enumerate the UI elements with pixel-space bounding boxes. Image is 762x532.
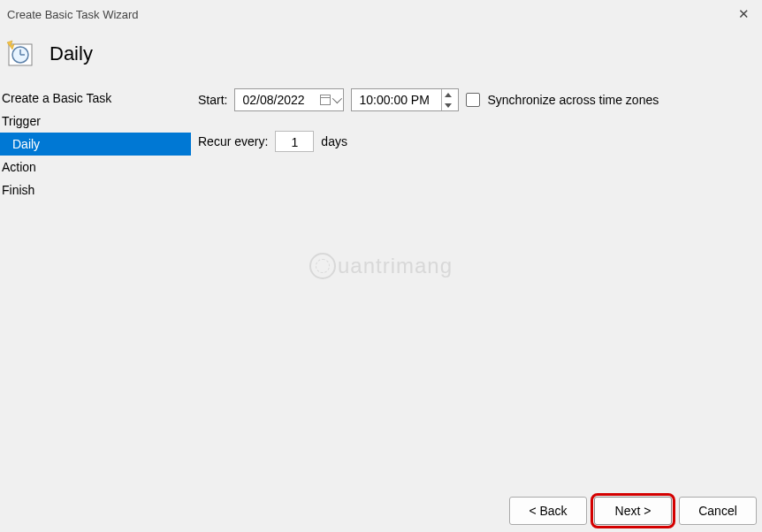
start-date-input[interactable]: 02/08/2022: [234, 88, 344, 111]
sidebar-step-trigger[interactable]: Trigger: [0, 110, 191, 133]
watermark-icon: [309, 253, 336, 279]
date-picker-icon[interactable]: [320, 95, 339, 105]
start-time-input[interactable]: 10:00:00 PM: [351, 88, 459, 111]
window-title: Create Basic Task Wizard: [7, 8, 139, 21]
sidebar-step-finish[interactable]: Finish: [0, 179, 191, 201]
recur-input[interactable]: 1: [275, 131, 314, 152]
start-label: Start:: [198, 93, 227, 107]
start-date-value: 02/08/2022: [242, 93, 304, 107]
next-button-highlight: Next >: [591, 493, 675, 528]
recur-label: Recur every:: [198, 134, 268, 148]
cancel-button[interactable]: Cancel: [679, 497, 757, 525]
time-spinner: [441, 89, 454, 110]
back-button[interactable]: < Back: [509, 497, 587, 525]
wizard-header: Daily: [0, 28, 762, 87]
watermark: uantrimang: [309, 253, 453, 279]
wizard-sidebar: Create a Basic Task Trigger Daily Action…: [0, 87, 191, 201]
sidebar-step-action[interactable]: Action: [0, 156, 191, 179]
sync-label[interactable]: Synchronize across time zones: [487, 93, 659, 107]
clock-icon: [5, 39, 35, 69]
start-time-value: 10:00:00 PM: [359, 93, 429, 107]
spinner-down-icon[interactable]: [444, 101, 453, 110]
sync-checkbox[interactable]: [466, 93, 480, 107]
close-icon[interactable]: ✕: [733, 6, 755, 22]
next-button[interactable]: Next >: [594, 497, 672, 525]
calendar-icon: [320, 95, 331, 105]
wizard-content: Start: 02/08/2022 10:00:00 PM Synchroniz…: [191, 87, 762, 201]
spinner-up-icon[interactable]: [444, 90, 453, 99]
chevron-down-icon: [332, 94, 342, 103]
watermark-text: uantrimang: [338, 254, 453, 278]
page-title: Daily: [50, 42, 93, 65]
recur-unit: days: [321, 134, 347, 148]
sidebar-step-create[interactable]: Create a Basic Task: [0, 87, 191, 110]
titlebar: Create Basic Task Wizard ✕: [0, 0, 762, 28]
sidebar-step-daily[interactable]: Daily: [0, 133, 191, 156]
wizard-footer: < Back Next > Cancel: [509, 493, 757, 528]
